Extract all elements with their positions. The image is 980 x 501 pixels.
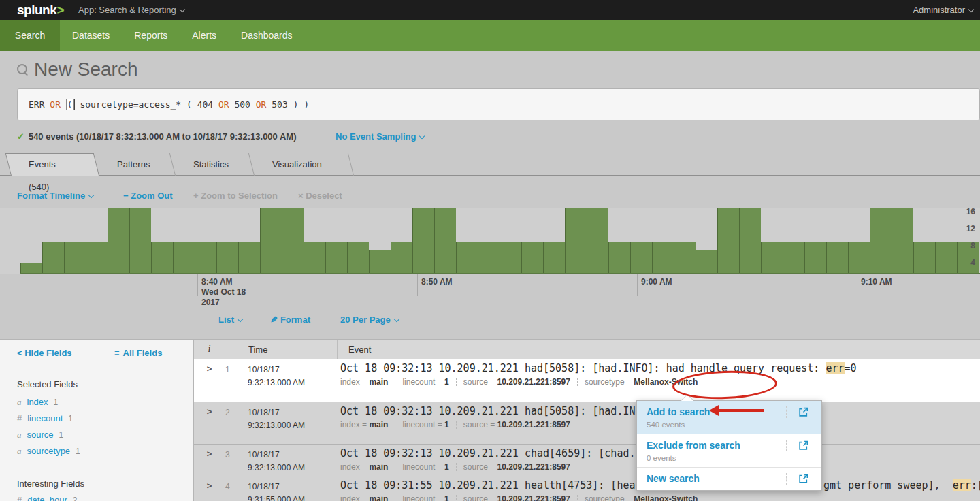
all-fields-link[interactable]: ≡All Fields (114, 348, 162, 358)
timeline-bar[interactable] (521, 242, 543, 274)
popup-item-new-search[interactable]: New search (637, 468, 821, 490)
timeline-bar[interactable] (500, 242, 521, 274)
popup-item-exclude-from-search[interactable]: Exclude from search 0 events (637, 434, 821, 468)
field-item-source[interactable]: asource1 (17, 430, 63, 440)
expand-arrow-icon[interactable]: > (194, 402, 225, 444)
timeline-bar[interactable] (587, 208, 608, 274)
expand-arrow-icon[interactable]: > (194, 359, 225, 402)
timeline-bar[interactable] (129, 208, 151, 274)
timeline-bar[interactable] (456, 242, 478, 274)
hide-fields-link[interactable]: < Hide Fields (17, 348, 72, 358)
timeline-bar[interactable] (761, 242, 783, 274)
field-item-sourcetype[interactable]: asourcetype1 (17, 446, 80, 457)
event-field-value[interactable]: main (369, 377, 388, 387)
field-item-date-hour[interactable]: #date_hour2 (17, 495, 77, 501)
per-page-menu[interactable]: 20 Per Page (340, 314, 399, 325)
timeline-bar[interactable] (478, 242, 500, 274)
row-number: 4 (225, 476, 244, 501)
timeline-bar[interactable] (717, 208, 739, 274)
app-menu[interactable]: App: Search & Reporting (78, 5, 184, 15)
field-item-linecount[interactable]: #linecount1 (17, 413, 73, 423)
list-view-menu[interactable]: List (218, 314, 242, 325)
timeline-bar[interactable] (783, 242, 804, 274)
timeline-bar[interactable] (20, 263, 42, 274)
event-field-value[interactable]: main (369, 420, 388, 430)
query-token: ERR (29, 99, 50, 110)
nav-item-search[interactable]: Search (0, 20, 60, 51)
timeline-bar[interactable] (674, 242, 696, 274)
expand-arrow-icon[interactable]: > (194, 445, 225, 476)
timeline-bar[interactable] (347, 242, 369, 274)
timeline-bar[interactable] (913, 242, 935, 274)
x-axis-label: 8:40 AMWed Oct 182017 (201, 277, 246, 308)
event-field-value[interactable]: main (369, 494, 388, 501)
timeline-bar[interactable] (304, 242, 325, 274)
timeline-bar[interactable] (608, 242, 630, 274)
timeline-bar[interactable] (739, 208, 761, 274)
field-link[interactable]: source (27, 430, 54, 440)
timeline-bar[interactable] (391, 242, 412, 274)
events-timeline-chart[interactable]: 161284 (0, 208, 980, 274)
timeline-bar[interactable] (238, 242, 260, 274)
nav-item-reports[interactable]: Reports (122, 20, 180, 51)
nav-item-dashboards[interactable]: Dashboards (229, 20, 305, 51)
tab-visualization[interactable]: Visualization (252, 153, 351, 176)
event-field-value[interactable]: 1 (444, 420, 449, 430)
timeline-bar[interactable] (565, 208, 587, 274)
timeline-bar[interactable] (108, 208, 129, 274)
event-field-value[interactable]: main (369, 462, 388, 472)
timeline-bar[interactable] (848, 242, 870, 274)
tab-patterns[interactable]: Patterns (97, 153, 173, 176)
field-link[interactable]: linecount (27, 413, 63, 423)
nav-item-alerts[interactable]: Alerts (180, 20, 229, 51)
event-field-value[interactable]: Mellanox-Switch (634, 494, 698, 501)
open-in-new-icon[interactable] (786, 406, 809, 418)
event-field-value[interactable]: 10.209.21.221:8597 (497, 377, 570, 387)
timeline-bar[interactable] (86, 242, 108, 274)
timeline-bar[interactable] (892, 208, 913, 274)
tab-events-540[interactable]: Events (540) (8, 153, 97, 176)
event-field-value[interactable]: 10.209.21.221:8597 (497, 462, 570, 472)
timeline-bar[interactable] (64, 242, 86, 274)
event-field-value[interactable]: 10.209.21.221:8597 (497, 494, 570, 501)
timeline-bar[interactable] (935, 242, 957, 274)
event-field-value[interactable]: 1 (444, 494, 449, 501)
timeline-bar[interactable] (412, 208, 434, 274)
timeline-bar[interactable] (260, 208, 282, 274)
format-timeline-button[interactable]: Format Timeline (17, 191, 93, 201)
event-time: 10/18/179:32:13.000 AM (244, 445, 337, 476)
field-link[interactable]: sourcetype (27, 446, 71, 456)
timeline-bar[interactable] (151, 242, 173, 274)
deselect-button[interactable]: × Deselect (298, 191, 342, 201)
nav-item-datasets[interactable]: Datasets (60, 20, 122, 51)
timeline-bar[interactable] (42, 242, 64, 274)
timeline-bar[interactable] (630, 242, 652, 274)
timeline-bar[interactable] (216, 242, 238, 274)
search-query-input[interactable]: ERR OR ( sourcetype=access_* ( 404 OR 50… (17, 88, 980, 120)
event-field-value[interactable]: 10.209.21.221:8597 (497, 420, 570, 430)
timeline-bar[interactable] (870, 208, 892, 274)
field-link[interactable]: date_hour (27, 495, 67, 501)
zoom-out-button[interactable]: − Zoom Out (123, 191, 173, 201)
timeline-bar[interactable] (543, 242, 565, 274)
open-in-new-icon[interactable] (786, 473, 809, 485)
field-link[interactable]: index (27, 397, 48, 407)
event-field-value[interactable]: 1 (444, 462, 449, 472)
event-sampling-menu[interactable]: No Event Sampling (336, 131, 424, 142)
user-menu[interactable]: Administrator (913, 5, 973, 15)
format-button[interactable]: ✎Format (270, 314, 310, 325)
timeline-bar[interactable] (325, 242, 347, 274)
timeline-bar[interactable] (826, 242, 848, 274)
timeline-bar[interactable] (434, 208, 456, 274)
timeline-bar[interactable] (652, 242, 674, 274)
timeline-bar[interactable] (804, 242, 826, 274)
tab-statistics[interactable]: Statistics (173, 153, 252, 176)
timeline-bar[interactable] (282, 208, 304, 274)
timeline-bar[interactable] (173, 242, 195, 274)
timeline-bar[interactable] (195, 242, 216, 274)
field-item-index[interactable]: aindex1 (17, 397, 58, 408)
zoom-to-selection-button[interactable]: + Zoom to Selection (193, 191, 278, 201)
expand-arrow-icon[interactable]: > (194, 476, 225, 501)
event-field-value[interactable]: 1 (444, 377, 449, 387)
open-in-new-icon[interactable] (786, 440, 809, 451)
